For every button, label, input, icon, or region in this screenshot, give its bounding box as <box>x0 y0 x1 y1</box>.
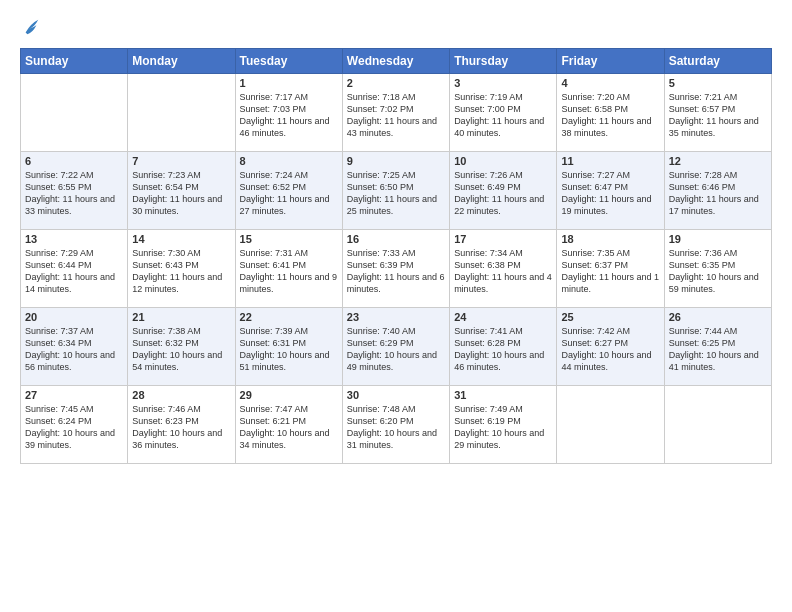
calendar-week-row: 1Sunrise: 7:17 AM Sunset: 7:03 PM Daylig… <box>21 74 772 152</box>
day-info: Sunrise: 7:34 AM Sunset: 6:38 PM Dayligh… <box>454 247 552 296</box>
calendar-cell <box>21 74 128 152</box>
calendar-cell: 14Sunrise: 7:30 AM Sunset: 6:43 PM Dayli… <box>128 230 235 308</box>
day-info: Sunrise: 7:45 AM Sunset: 6:24 PM Dayligh… <box>25 403 123 452</box>
day-number: 1 <box>240 77 338 89</box>
calendar-cell: 3Sunrise: 7:19 AM Sunset: 7:00 PM Daylig… <box>450 74 557 152</box>
calendar-cell: 6Sunrise: 7:22 AM Sunset: 6:55 PM Daylig… <box>21 152 128 230</box>
day-info: Sunrise: 7:39 AM Sunset: 6:31 PM Dayligh… <box>240 325 338 374</box>
day-info: Sunrise: 7:29 AM Sunset: 6:44 PM Dayligh… <box>25 247 123 296</box>
calendar-cell: 16Sunrise: 7:33 AM Sunset: 6:39 PM Dayli… <box>342 230 449 308</box>
calendar-week-row: 13Sunrise: 7:29 AM Sunset: 6:44 PM Dayli… <box>21 230 772 308</box>
day-number: 20 <box>25 311 123 323</box>
calendar-week-row: 20Sunrise: 7:37 AM Sunset: 6:34 PM Dayli… <box>21 308 772 386</box>
day-number: 22 <box>240 311 338 323</box>
day-info: Sunrise: 7:33 AM Sunset: 6:39 PM Dayligh… <box>347 247 445 296</box>
day-info: Sunrise: 7:24 AM Sunset: 6:52 PM Dayligh… <box>240 169 338 218</box>
calendar-cell: 23Sunrise: 7:40 AM Sunset: 6:29 PM Dayli… <box>342 308 449 386</box>
calendar-cell: 20Sunrise: 7:37 AM Sunset: 6:34 PM Dayli… <box>21 308 128 386</box>
day-info: Sunrise: 7:20 AM Sunset: 6:58 PM Dayligh… <box>561 91 659 140</box>
day-info: Sunrise: 7:42 AM Sunset: 6:27 PM Dayligh… <box>561 325 659 374</box>
calendar-cell: 26Sunrise: 7:44 AM Sunset: 6:25 PM Dayli… <box>664 308 771 386</box>
day-number: 4 <box>561 77 659 89</box>
calendar-cell: 19Sunrise: 7:36 AM Sunset: 6:35 PM Dayli… <box>664 230 771 308</box>
day-number: 28 <box>132 389 230 401</box>
day-info: Sunrise: 7:31 AM Sunset: 6:41 PM Dayligh… <box>240 247 338 296</box>
calendar-cell: 10Sunrise: 7:26 AM Sunset: 6:49 PM Dayli… <box>450 152 557 230</box>
calendar-cell: 15Sunrise: 7:31 AM Sunset: 6:41 PM Dayli… <box>235 230 342 308</box>
day-number: 26 <box>669 311 767 323</box>
day-info: Sunrise: 7:37 AM Sunset: 6:34 PM Dayligh… <box>25 325 123 374</box>
calendar-cell: 9Sunrise: 7:25 AM Sunset: 6:50 PM Daylig… <box>342 152 449 230</box>
calendar-table: SundayMondayTuesdayWednesdayThursdayFrid… <box>20 48 772 464</box>
calendar-cell <box>128 74 235 152</box>
day-info: Sunrise: 7:41 AM Sunset: 6:28 PM Dayligh… <box>454 325 552 374</box>
calendar-cell: 12Sunrise: 7:28 AM Sunset: 6:46 PM Dayli… <box>664 152 771 230</box>
day-number: 15 <box>240 233 338 245</box>
day-number: 23 <box>347 311 445 323</box>
day-info: Sunrise: 7:23 AM Sunset: 6:54 PM Dayligh… <box>132 169 230 218</box>
calendar-header-row: SundayMondayTuesdayWednesdayThursdayFrid… <box>21 49 772 74</box>
day-info: Sunrise: 7:25 AM Sunset: 6:50 PM Dayligh… <box>347 169 445 218</box>
day-number: 11 <box>561 155 659 167</box>
day-number: 5 <box>669 77 767 89</box>
calendar-cell: 8Sunrise: 7:24 AM Sunset: 6:52 PM Daylig… <box>235 152 342 230</box>
calendar-cell: 7Sunrise: 7:23 AM Sunset: 6:54 PM Daylig… <box>128 152 235 230</box>
day-info: Sunrise: 7:49 AM Sunset: 6:19 PM Dayligh… <box>454 403 552 452</box>
day-info: Sunrise: 7:38 AM Sunset: 6:32 PM Dayligh… <box>132 325 230 374</box>
calendar-cell <box>664 386 771 464</box>
day-info: Sunrise: 7:40 AM Sunset: 6:29 PM Dayligh… <box>347 325 445 374</box>
day-number: 18 <box>561 233 659 245</box>
day-number: 14 <box>132 233 230 245</box>
day-info: Sunrise: 7:35 AM Sunset: 6:37 PM Dayligh… <box>561 247 659 296</box>
calendar-cell: 30Sunrise: 7:48 AM Sunset: 6:20 PM Dayli… <box>342 386 449 464</box>
calendar-cell: 4Sunrise: 7:20 AM Sunset: 6:58 PM Daylig… <box>557 74 664 152</box>
col-header-thursday: Thursday <box>450 49 557 74</box>
day-number: 9 <box>347 155 445 167</box>
day-number: 30 <box>347 389 445 401</box>
page: SundayMondayTuesdayWednesdayThursdayFrid… <box>0 0 792 612</box>
day-number: 13 <box>25 233 123 245</box>
day-info: Sunrise: 7:36 AM Sunset: 6:35 PM Dayligh… <box>669 247 767 296</box>
day-number: 6 <box>25 155 123 167</box>
day-number: 31 <box>454 389 552 401</box>
col-header-tuesday: Tuesday <box>235 49 342 74</box>
day-number: 12 <box>669 155 767 167</box>
logo <box>20 16 40 38</box>
day-info: Sunrise: 7:27 AM Sunset: 6:47 PM Dayligh… <box>561 169 659 218</box>
logo-bird-icon <box>22 16 40 38</box>
day-number: 24 <box>454 311 552 323</box>
day-number: 29 <box>240 389 338 401</box>
calendar-cell <box>557 386 664 464</box>
calendar-cell: 17Sunrise: 7:34 AM Sunset: 6:38 PM Dayli… <box>450 230 557 308</box>
col-header-saturday: Saturday <box>664 49 771 74</box>
day-number: 2 <box>347 77 445 89</box>
calendar-cell: 11Sunrise: 7:27 AM Sunset: 6:47 PM Dayli… <box>557 152 664 230</box>
day-number: 16 <box>347 233 445 245</box>
header <box>20 16 772 38</box>
day-info: Sunrise: 7:47 AM Sunset: 6:21 PM Dayligh… <box>240 403 338 452</box>
day-number: 7 <box>132 155 230 167</box>
day-info: Sunrise: 7:46 AM Sunset: 6:23 PM Dayligh… <box>132 403 230 452</box>
day-info: Sunrise: 7:18 AM Sunset: 7:02 PM Dayligh… <box>347 91 445 140</box>
day-info: Sunrise: 7:28 AM Sunset: 6:46 PM Dayligh… <box>669 169 767 218</box>
calendar-cell: 2Sunrise: 7:18 AM Sunset: 7:02 PM Daylig… <box>342 74 449 152</box>
col-header-sunday: Sunday <box>21 49 128 74</box>
calendar-week-row: 6Sunrise: 7:22 AM Sunset: 6:55 PM Daylig… <box>21 152 772 230</box>
day-info: Sunrise: 7:30 AM Sunset: 6:43 PM Dayligh… <box>132 247 230 296</box>
day-number: 8 <box>240 155 338 167</box>
calendar-cell: 27Sunrise: 7:45 AM Sunset: 6:24 PM Dayli… <box>21 386 128 464</box>
day-info: Sunrise: 7:21 AM Sunset: 6:57 PM Dayligh… <box>669 91 767 140</box>
calendar-cell: 29Sunrise: 7:47 AM Sunset: 6:21 PM Dayli… <box>235 386 342 464</box>
calendar-cell: 24Sunrise: 7:41 AM Sunset: 6:28 PM Dayli… <box>450 308 557 386</box>
calendar-cell: 22Sunrise: 7:39 AM Sunset: 6:31 PM Dayli… <box>235 308 342 386</box>
calendar-cell: 5Sunrise: 7:21 AM Sunset: 6:57 PM Daylig… <box>664 74 771 152</box>
col-header-friday: Friday <box>557 49 664 74</box>
calendar-cell: 13Sunrise: 7:29 AM Sunset: 6:44 PM Dayli… <box>21 230 128 308</box>
day-number: 27 <box>25 389 123 401</box>
calendar-cell: 21Sunrise: 7:38 AM Sunset: 6:32 PM Dayli… <box>128 308 235 386</box>
day-info: Sunrise: 7:44 AM Sunset: 6:25 PM Dayligh… <box>669 325 767 374</box>
day-info: Sunrise: 7:19 AM Sunset: 7:00 PM Dayligh… <box>454 91 552 140</box>
day-number: 17 <box>454 233 552 245</box>
day-info: Sunrise: 7:17 AM Sunset: 7:03 PM Dayligh… <box>240 91 338 140</box>
calendar-cell: 1Sunrise: 7:17 AM Sunset: 7:03 PM Daylig… <box>235 74 342 152</box>
